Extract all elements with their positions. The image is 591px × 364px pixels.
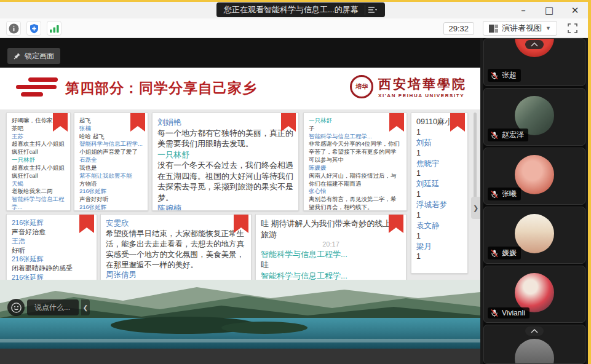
card-message: 老板给我来二两 — [12, 188, 65, 196]
avatar — [515, 339, 554, 364]
maximize-button[interactable]: □ — [541, 4, 558, 17]
emoji-button[interactable] — [7, 299, 25, 316]
participant-tile[interactable]: Vivianli — [483, 266, 585, 323]
view-mode-label: 演讲者视图 — [502, 23, 542, 34]
card-author: 刘娟艳 — [157, 117, 293, 128]
participant-name-tag: 张超 — [488, 69, 521, 82]
card-message: 闽南人好河山，期待疫情过后，与你们在福建不期而遇 — [309, 172, 402, 188]
note-card: 216张延辉声音好治愈王浩好听216张延辉闭着眼睛静静的感受216张延辉天籁之音 — [6, 214, 97, 283]
participant-name-tag: 张曦 — [488, 188, 521, 200]
card-timestamp: 20:17 — [261, 240, 401, 249]
note-card: 哇 期待讲解人为我们带来奇妙的线上云旅游20:17智能科学与信息工程学...哇智… — [255, 214, 407, 283]
university-name-en: XI'AN PEIHUA UNIVERSITY — [378, 93, 467, 98]
card-message: 好听 — [12, 246, 92, 255]
university-seal-icon: 培华 — [350, 75, 373, 98]
card-message: 我也是 — [79, 164, 143, 172]
card-author: 周张倩男 — [106, 270, 246, 280]
scroll-participants-button[interactable] — [525, 326, 544, 336]
view-mode-selector[interactable]: 演讲者视图 ▼ — [483, 21, 557, 36]
pin-screen-label: 锁定画面 — [25, 51, 54, 61]
chevron-down-icon: ▼ — [545, 25, 551, 31]
card-author: 王浩 — [12, 237, 92, 246]
card-message: 超喜欢主持人小姐姐 疯狂打call — [12, 140, 65, 156]
mic-muted-icon — [490, 71, 499, 80]
card-message: 1 — [416, 251, 462, 262]
card-author: 智能科学与信息工程学... — [12, 196, 65, 211]
shared-screen-view: 锁定画面 第四部分：同学分享自己家乡 培华 西安培華學院 XI'AN PEIHU… — [0, 38, 480, 364]
minimize-button[interactable]: – — [515, 4, 532, 17]
chat-overlay: 说点什么... ❮ — [7, 299, 90, 316]
card-message: 声音好好听 — [79, 196, 143, 204]
card-author: 智能科学与信息工程学... — [79, 140, 143, 148]
participant-name-tag: 赵宏泽 — [488, 129, 528, 141]
note-card: 起飞张楠哈哈 起飞智能科学与信息工程学...小姐姐的声音爱了爱了石磊全我也是紫不… — [74, 113, 148, 211]
card-author: 陈媛媛 — [309, 164, 402, 172]
university-logo: 培华 西安培華學院 XI'AN PEIHUA UNIVERSITY — [350, 75, 467, 98]
participant-tile[interactable] — [483, 325, 585, 364]
security-shield-icon[interactable] — [26, 21, 41, 36]
card-message: 离别总有前言，再见没第二字，希望我们再会，相约线下。 — [309, 196, 402, 211]
banner-menu-icon[interactable] — [365, 5, 380, 15]
card-message: 希望疫情早日结束，大家都能恢复正常生活，能多出去走走看看，去想去的地方真实感受一… — [106, 229, 246, 271]
card-message: 闭着眼睛静静的感受 — [12, 264, 92, 273]
pin-screen-button[interactable]: 锁定画面 — [7, 48, 60, 64]
card-author: 紫不能让我欲罢不能 — [79, 172, 143, 180]
card-author: 216张延辉 — [79, 204, 143, 211]
chat-collapse-arrow[interactable]: ❮ — [81, 299, 90, 315]
card-author: 陈婉楠 — [157, 203, 293, 211]
card-message: 非常感谢今天分享的4位同学，你们辛苦了，希望接下来有更多的同学可以参与其中 — [309, 140, 402, 164]
close-button[interactable]: ✕ — [566, 4, 584, 17]
card-author: 智能科学与信息工程学... — [261, 249, 401, 260]
chat-input[interactable]: 说点什么... — [27, 299, 79, 315]
note-card: 09110麻小张1刘茹1焦晓宇1刘廷廷1浮城若梦1袁文静1梁月1 — [411, 113, 468, 274]
decorative-lines-icon — [15, 77, 58, 100]
window-controls: – □ ✕ — [515, 2, 584, 18]
participant-tile[interactable]: 张曦 — [483, 148, 585, 205]
card-message: 哈哈 起飞 — [79, 133, 143, 141]
pin-icon — [14, 52, 21, 60]
share-top-strip: 锁定画面 — [0, 38, 480, 68]
mic-muted-icon — [490, 131, 499, 140]
participant-name-tag: Vivianli — [488, 307, 530, 318]
layout-icon — [489, 25, 498, 33]
university-name-cn: 西安培華學院 — [378, 76, 467, 93]
card-author: 梁月 — [416, 242, 462, 252]
card-author: 袁文静 — [416, 221, 462, 231]
card-message: 1 — [416, 231, 462, 242]
card-message: 子 — [309, 125, 402, 133]
card-author: 浮城若梦 — [416, 200, 462, 210]
panel-expand-handle[interactable]: ❯ — [471, 197, 480, 219]
card-author: 张心怡 — [309, 188, 402, 196]
mic-muted-icon — [490, 309, 499, 317]
card-author: 一只林舒 — [12, 156, 65, 164]
card-message: 超喜欢主持人小姐姐 疯狂打call — [12, 164, 65, 180]
scroll-participants-button[interactable] — [525, 40, 544, 49]
network-signal-icon[interactable] — [47, 21, 61, 36]
card-message: 没有一个冬天不会过去，我们终会相遇在五湖四海。祖国的大好河山等待我们去探索去寻觅… — [157, 160, 293, 203]
card-message: 1 — [416, 148, 462, 159]
participant-tile[interactable]: 赵宏泽 — [483, 88, 585, 146]
screenshare-border-top — [0, 0, 591, 2]
participant-name: Vivianli — [502, 309, 525, 317]
participant-name: 张曦 — [502, 189, 517, 199]
participant-tile[interactable]: 媛媛 — [483, 207, 585, 264]
avatar — [515, 273, 554, 312]
slide-title: 第四部分：同学分享自己家乡 — [65, 79, 257, 98]
watching-banner[interactable]: 您正在观看智能科学与信息工...的屏幕 — [216, 2, 385, 17]
card-author: 刘茹 — [416, 138, 462, 148]
mic-muted-icon — [490, 249, 499, 258]
board-scrollbar[interactable] — [474, 113, 477, 205]
card-author: 216张延辉 — [12, 255, 92, 264]
meeting-info-icon[interactable] — [6, 21, 21, 36]
participant-tile[interactable]: 张超 — [483, 38, 585, 86]
card-message: 1 — [416, 189, 462, 200]
fullscreen-button[interactable] — [566, 22, 579, 35]
slide-header: 第四部分：同学分享自己家乡 培华 西安培華學院 XI'AN PEIHUA UNI… — [0, 68, 480, 109]
mic-muted-icon — [490, 190, 499, 199]
card-author: 一只林舒 — [157, 149, 293, 160]
share-bottom-strip — [0, 349, 480, 364]
meeting-toolbar: 29:32 演讲者视图 ▼ — [0, 18, 588, 38]
card-author: 焦晓宇 — [416, 159, 462, 169]
card-message: 1 — [416, 210, 462, 221]
screenshare-border-right — [588, 0, 591, 364]
